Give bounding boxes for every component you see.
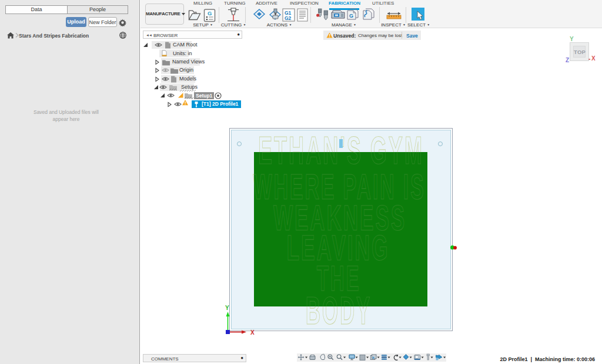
svg-text:G: G — [349, 13, 353, 19]
svg-text:Y: Y — [225, 305, 229, 311]
svg-text:G: G — [208, 10, 212, 16]
svg-text:G2: G2 — [285, 15, 292, 21]
svg-text:X: X — [250, 329, 255, 336]
